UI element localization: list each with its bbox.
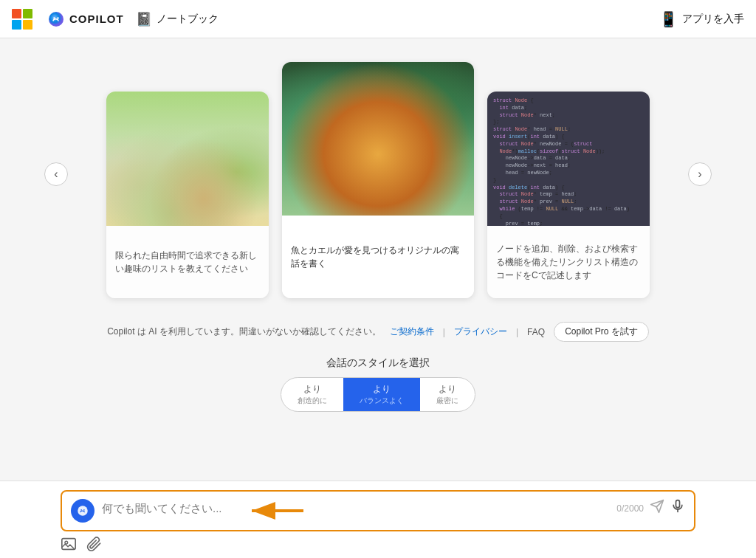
card-plants[interactable]: 限られた自由時間で追求できる新しい趣味のリストを教えてください <box>106 92 269 298</box>
info-text: Copilot は AI を利用しています。間違いがないか確認してください。 <box>107 326 381 338</box>
separator2: | <box>516 327 518 337</box>
header: COPILOT 📓 ノートブック 📱 アプリを入手 <box>0 0 756 38</box>
copilot-chat-icon <box>76 504 89 517</box>
header-right: 📱 アプリを入手 <box>659 10 744 28</box>
input-bottom-row <box>61 531 695 552</box>
plant-image <box>106 92 269 226</box>
style-buttons: より 創造的に より バランスよく より 厳密に <box>281 377 475 412</box>
carousel-next-button[interactable]: › <box>688 162 712 186</box>
main-content: ‹ 限られた自由時間で追求できる新しい趣味のリストを教えてください 魚とカエルが… <box>0 38 756 480</box>
privacy-link[interactable]: プライバシー <box>454 326 507 338</box>
arrow-annotation <box>248 500 307 522</box>
input-right: 0/2000 <box>616 499 685 517</box>
separator1: | <box>443 327 445 337</box>
card-code[interactable]: struct Node { int data; struct Node* nex… <box>487 92 650 298</box>
mic-button[interactable] <box>670 499 685 517</box>
style-balanced-button[interactable]: より バランスよく <box>343 378 420 411</box>
char-count: 0/2000 <box>616 503 644 514</box>
terms-link[interactable]: ご契約条件 <box>390 326 434 338</box>
svg-point-1 <box>53 17 55 18</box>
attach-button[interactable] <box>86 536 102 552</box>
faq-link: FAQ <box>527 327 545 337</box>
card-code-caption: ノードを追加、削除、および検索する機能を備えたリンクリスト構造のコードをCで記述… <box>487 226 650 298</box>
chevron-left-icon: ‹ <box>54 168 58 181</box>
input-box: 0/2000 <box>61 490 695 531</box>
notebook-icon: 📓 <box>136 11 152 27</box>
copilot-brand-link[interactable]: COPILOT <box>47 10 124 28</box>
carousel-cards: 限られた自由時間で追求できる新しい趣味のリストを教えてください 魚とカエルが愛を… <box>106 62 650 298</box>
copilot-pro-button[interactable]: Copilot Pro を試す <box>554 322 649 342</box>
carousel: ‹ 限られた自由時間で追求できる新しい趣味のリストを教えてください 魚とカエルが… <box>0 38 756 310</box>
notebook-link[interactable]: 📓 ノートブック <box>136 11 219 27</box>
svg-point-4 <box>80 509 82 511</box>
carousel-prev-button[interactable]: ‹ <box>44 162 68 186</box>
chevron-right-icon: › <box>698 168 701 181</box>
send-button[interactable] <box>650 499 664 517</box>
copilot-title: COPILOT <box>69 13 124 25</box>
card-fish-caption: 魚とカエルが愛を見つけるオリジナルの寓話を書く <box>282 216 474 298</box>
style-section: 会話のスタイルを選択 より 創造的に より バランスよく より 厳密に <box>281 356 475 412</box>
microsoft-logo <box>12 9 32 30</box>
card-plants-caption: 限られた自由時間で追求できる新しい趣味のリストを教えてください <box>106 226 269 298</box>
get-app-link[interactable]: 📱 アプリを入手 <box>659 10 744 28</box>
get-app-label: アプリを入手 <box>682 13 744 26</box>
style-creative-button[interactable]: より 創造的に <box>281 378 343 411</box>
copilot-chat-button[interactable] <box>71 499 94 523</box>
header-left: COPILOT 📓 ノートブック <box>12 9 219 30</box>
send-icon <box>650 499 664 514</box>
image-upload-button[interactable] <box>61 536 77 552</box>
svg-point-5 <box>83 509 85 511</box>
paperclip-icon <box>86 536 102 552</box>
copilot-icon <box>47 10 65 28</box>
svg-rect-6 <box>676 500 680 508</box>
style-precise-button[interactable]: より 厳密に <box>420 378 475 411</box>
app-icon: 📱 <box>659 10 678 28</box>
info-bar: Copilot は AI を利用しています。間違いがないか確認してください。 ご… <box>107 316 649 348</box>
svg-point-2 <box>57 17 58 18</box>
mic-icon <box>670 499 685 514</box>
image-icon <box>61 536 77 552</box>
chat-input[interactable] <box>102 499 609 517</box>
fish-image <box>282 62 474 216</box>
notebook-label: ノートブック <box>157 13 219 26</box>
card-fish[interactable]: 魚とカエルが愛を見つけるオリジナルの寓話を書く <box>282 62 474 298</box>
arrow-icon <box>248 500 307 522</box>
input-area: 0/2000 <box>0 480 756 558</box>
code-image: struct Node { int data; struct Node* nex… <box>487 92 650 226</box>
style-title: 会話のスタイルを選択 <box>326 356 430 370</box>
